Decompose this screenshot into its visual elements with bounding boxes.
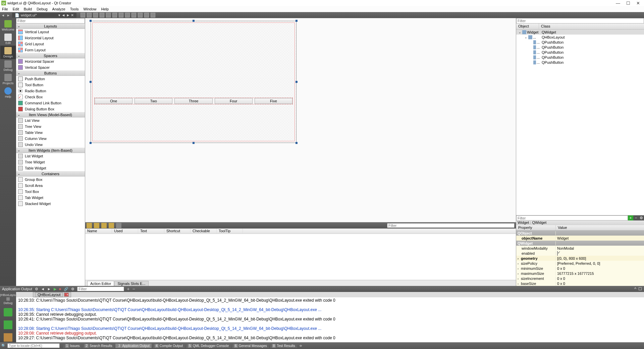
resize-handle[interactable] bbox=[296, 81, 298, 83]
new-action-icon[interactable] bbox=[87, 223, 92, 228]
form-widget[interactable]: OneTwoThreeFourFive bbox=[91, 21, 297, 143]
remove-dynamic-prop-button[interactable]: − bbox=[633, 215, 639, 221]
widget-item[interactable]: Push Button bbox=[16, 76, 85, 82]
object-row[interactable]: ⌄ ...QHBoxLayout bbox=[516, 35, 644, 40]
output-close-button[interactable]: ☐ bbox=[638, 287, 642, 291]
widget-item[interactable]: Table Widget bbox=[16, 165, 85, 171]
widget-item[interactable]: Tree Widget bbox=[16, 159, 85, 165]
push-button[interactable]: Two bbox=[135, 98, 172, 104]
layout-v-icon[interactable] bbox=[112, 13, 117, 17]
locator-icon[interactable]: 🔍 bbox=[1, 344, 6, 348]
widget-item[interactable]: Stacked Widget bbox=[16, 201, 85, 207]
widget-item[interactable]: Tree View bbox=[16, 123, 85, 130]
layout-h-icon[interactable] bbox=[106, 13, 111, 17]
paste-action-icon[interactable] bbox=[101, 223, 107, 228]
menu-tools[interactable]: Tools bbox=[70, 7, 79, 11]
object-filter-input[interactable] bbox=[516, 18, 644, 23]
layout-grid-icon[interactable] bbox=[131, 13, 136, 17]
widget-item[interactable]: Tool Box bbox=[16, 189, 85, 195]
mode-edit[interactable]: Edit bbox=[0, 32, 16, 46]
resize-handle[interactable] bbox=[193, 20, 195, 22]
edit-tab-order-icon[interactable] bbox=[100, 13, 104, 17]
delete-action-icon[interactable] bbox=[109, 223, 114, 228]
run-button[interactable]: ▶ bbox=[54, 287, 56, 291]
hbox-layout[interactable]: OneTwoThreeFourFive bbox=[94, 98, 293, 104]
menu-edit[interactable]: Edit bbox=[13, 7, 19, 11]
output-maximize-button[interactable]: ^ bbox=[634, 287, 636, 291]
property-row[interactable]: ›sizeIncrement0 x 0 bbox=[516, 276, 644, 281]
status-tab[interactable]: 4Compile Output bbox=[153, 344, 185, 348]
resize-handle[interactable] bbox=[90, 142, 92, 144]
widget-item[interactable]: Tool Button bbox=[16, 82, 85, 88]
push-button[interactable]: Five bbox=[255, 98, 292, 104]
output-tab[interactable]: QHBoxLayout× bbox=[33, 292, 71, 297]
widget-filter-input[interactable] bbox=[16, 18, 85, 23]
resize-handle[interactable] bbox=[90, 20, 92, 22]
attach-button[interactable]: 🔗 bbox=[64, 287, 68, 291]
checkbox-icon[interactable] bbox=[557, 251, 558, 256]
design-canvas[interactable]: OneTwoThreeFourFive bbox=[85, 18, 516, 222]
layout-form-icon[interactable] bbox=[138, 13, 143, 17]
status-tab[interactable]: 3Application Output bbox=[115, 344, 152, 348]
property-row[interactable]: ⌄QWidget bbox=[516, 241, 644, 246]
object-row[interactable]: ...QPushButton bbox=[516, 50, 644, 55]
status-tab[interactable]: 2Search Results bbox=[83, 344, 114, 348]
widget-category[interactable]: Spacers bbox=[16, 53, 85, 58]
object-row[interactable]: ...QPushButton bbox=[516, 40, 644, 45]
output-content[interactable]: 10:26:33: C:\Users\Thiago Souto\Document… bbox=[16, 297, 644, 342]
mode-debug[interactable]: Debug bbox=[0, 59, 16, 72]
run-target[interactable]: QHBoxLayoutDebug bbox=[0, 293, 17, 305]
widget-item[interactable]: Vertical Layout bbox=[16, 29, 85, 35]
output-settings-button[interactable]: ⚙ bbox=[71, 287, 74, 291]
widget-item[interactable]: Grid Layout bbox=[16, 41, 85, 47]
close-button[interactable]: ✕ bbox=[636, 1, 640, 6]
col-property[interactable]: Property bbox=[516, 225, 556, 230]
widget-item[interactable]: List Widget bbox=[16, 153, 85, 159]
push-button[interactable]: Four bbox=[215, 98, 253, 104]
output-filter-input[interactable] bbox=[77, 287, 124, 291]
back-button[interactable]: ◄ bbox=[1, 13, 5, 17]
status-tab[interactable]: 5QML Debugger Console bbox=[186, 344, 231, 348]
edit-action-icon[interactable] bbox=[116, 223, 121, 228]
edit-widgets-icon[interactable] bbox=[80, 13, 85, 17]
object-tree[interactable]: ⌄ WidgetQWidget⌄ ...QHBoxLayout ...QPush… bbox=[516, 30, 644, 215]
edit-buddies-icon[interactable] bbox=[93, 13, 98, 17]
break-layout-icon[interactable] bbox=[144, 13, 149, 17]
stop-button[interactable]: ■ bbox=[59, 287, 61, 291]
action-col[interactable]: Shortcut bbox=[164, 229, 191, 234]
property-row[interactable]: objectNameWidget bbox=[516, 236, 644, 241]
action-col[interactable]: Text bbox=[138, 229, 164, 234]
widget-item[interactable]: Scroll Area bbox=[16, 183, 85, 189]
property-row[interactable]: windowModalityNonModal bbox=[516, 246, 644, 251]
widget-item[interactable]: Horizontal Spacer bbox=[16, 58, 85, 64]
resize-handle[interactable] bbox=[296, 20, 298, 22]
mode-welcome[interactable]: Welcome bbox=[0, 19, 16, 32]
action-list-body[interactable] bbox=[85, 234, 516, 280]
menu-build[interactable]: Build bbox=[24, 7, 32, 11]
property-row[interactable]: ›geometry[(0, 0), 800 x 600] bbox=[516, 256, 644, 261]
col-value[interactable]: Value bbox=[556, 225, 569, 230]
zoom-in-button[interactable]: + bbox=[127, 286, 129, 292]
widget-item[interactable]: Column View bbox=[16, 136, 85, 142]
edit-signals-icon[interactable] bbox=[87, 13, 92, 17]
widget-item[interactable]: Form Layout bbox=[16, 47, 85, 53]
layout-h-split-icon[interactable] bbox=[119, 13, 123, 17]
add-dynamic-prop-button[interactable]: + bbox=[628, 215, 633, 221]
layout-v-split-icon[interactable] bbox=[125, 13, 130, 17]
menu-debug[interactable]: Debug bbox=[37, 7, 47, 11]
property-filter-input[interactable] bbox=[516, 215, 628, 220]
action-filter-input[interactable] bbox=[387, 223, 515, 228]
widget-item[interactable]: Vertical Spacer bbox=[16, 64, 85, 70]
locator-input[interactable] bbox=[7, 343, 60, 348]
statusbar-more-button[interactable]: ≑ bbox=[299, 344, 302, 348]
menu-analyze[interactable]: Analyze bbox=[52, 7, 65, 11]
output-settings-icon[interactable]: ⚙ bbox=[35, 287, 38, 291]
adjust-size-icon[interactable] bbox=[151, 13, 155, 17]
property-row[interactable]: ⌄QObject bbox=[516, 231, 644, 236]
property-row[interactable]: enabled bbox=[516, 251, 644, 256]
widget-category[interactable]: Buttons bbox=[16, 70, 85, 76]
widget-item[interactable]: Command Link Button bbox=[16, 100, 85, 106]
widget-item[interactable]: Dialog Button Box bbox=[16, 106, 85, 112]
object-row[interactable]: ...QPushButton bbox=[516, 55, 644, 60]
copy-action-icon[interactable] bbox=[94, 223, 99, 228]
